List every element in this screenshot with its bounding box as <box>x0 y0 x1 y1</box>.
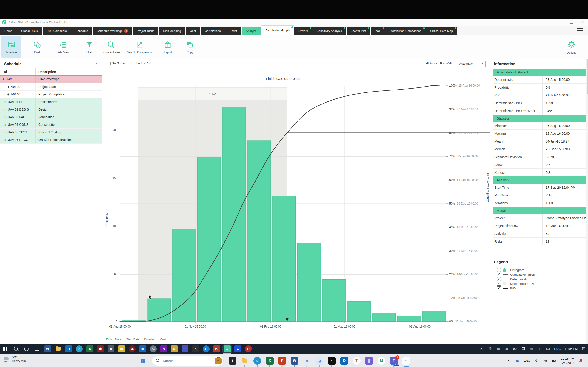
taskbar-app-file-explorer[interactable] <box>55 345 61 352</box>
tree-collapsed-icon[interactable]: ▷ <box>5 100 6 103</box>
ribbon-tab-pcf[interactable]: PCF <box>371 27 385 35</box>
toolbar-copy[interactable]: Copy <box>180 36 200 58</box>
search-input[interactable] <box>162 359 215 363</box>
info-row-mean[interactable]: Mean04-Jan-16 18:27 <box>493 137 586 145</box>
taskbar-app-edge[interactable]: e <box>76 345 83 352</box>
histogram-bar[interactable] <box>322 280 346 322</box>
schedule-row-a0100[interactable]: ◆A0100Project Start <box>0 83 102 91</box>
legend-checkbox[interactable] <box>497 282 501 285</box>
scrollbar-thumb[interactable] <box>587 59 588 94</box>
scrollbar[interactable] <box>586 59 588 344</box>
close-button[interactable]: × <box>577 19 588 26</box>
weather-widget[interactable]: 5°C Heavy rain <box>2 355 26 363</box>
language-indicator[interactable]: ENG <box>524 359 530 362</box>
info-row-minimum[interactable]: Minimum26-Aug-15 00:00 <box>493 122 586 130</box>
tree-expanded-icon[interactable]: ▶ <box>2 78 5 81</box>
legend-checkbox[interactable] <box>497 273 501 276</box>
info-row-run-time[interactable]: Run Time< 1s <box>493 192 586 199</box>
tray-cloud[interactable] <box>496 347 501 351</box>
chart-area[interactable]: 182d05010015020001-Aug-15 00:0001-Nov-15… <box>102 68 491 334</box>
tray-bell[interactable] <box>579 359 583 363</box>
info-row-p80[interactable]: P8021-Feb-16 00:00 <box>493 91 586 99</box>
taskbar-app-teams[interactable]: T2NEW <box>390 357 398 365</box>
action-center[interactable] <box>582 347 586 351</box>
info-row-risks[interactable]: Risks19 <box>493 238 586 245</box>
wifi-icon[interactable] <box>535 359 539 363</box>
tray-wifi[interactable] <box>535 359 539 363</box>
speaker-icon[interactable] <box>529 347 534 351</box>
tray-chevron-up[interactable] <box>480 347 484 351</box>
bar-width-dropdown[interactable]: Automatic ▼ <box>457 61 485 67</box>
tree-collapsed-icon[interactable]: ▷ <box>5 116 6 119</box>
info-row-skew[interactable]: Skew0.7 <box>493 161 586 169</box>
chevron-up-icon[interactable] <box>506 359 511 363</box>
legend-checkbox[interactable] <box>497 277 501 281</box>
info-row-start-time[interactable]: Start Time17-Sep-20 12:04 PM <box>493 184 586 192</box>
monitor-icon[interactable] <box>521 347 525 351</box>
histogram-bar[interactable] <box>298 243 321 322</box>
schedule-row-uav-02-desig[interactable]: ▷UAV.02 DESIGDesign <box>0 106 102 113</box>
tree-collapsed-icon[interactable]: ▷ <box>5 138 6 141</box>
taskbar-app-excel[interactable]: X <box>266 357 274 365</box>
ribbon-tab-risk-calendars[interactable]: Risk Calendars <box>43 27 71 35</box>
taskbar-app-terminal[interactable]: ▪ <box>328 357 336 365</box>
taskbar-app-safran-risk[interactable]: ∞ <box>224 345 231 352</box>
legend-checkbox[interactable] <box>497 286 501 290</box>
chevron-up-icon[interactable] <box>480 347 484 351</box>
taskbar-app-outlook[interactable]: O <box>340 357 348 365</box>
taskbar-app-snipping-tool[interactable]: ✄ <box>402 357 410 365</box>
histogram-bar[interactable] <box>173 229 196 322</box>
info-row-project[interactable]: ProjectDrone Prototype Evolved Up <box>493 214 586 222</box>
column-description[interactable]: Description <box>36 70 102 74</box>
note-square-icon[interactable] <box>582 347 586 351</box>
ribbon-tab-drivers[interactable]: Drivers <box>294 27 312 35</box>
pen-icon[interactable] <box>538 347 542 351</box>
taskbar-app-macdown[interactable]: M <box>378 357 385 365</box>
schedule-row-uav-03-fab[interactable]: ▷UAV.03 FABFabrication <box>0 113 102 121</box>
window-share-icon[interactable] <box>488 347 492 351</box>
tray-battery[interactable] <box>513 347 517 351</box>
ribbon-tab-critical-path-map[interactable]: Critical Path Map <box>426 27 457 35</box>
taskbar-app-chrome[interactable]: ◉ <box>303 357 311 365</box>
info-row-probability[interactable]: Probability0% <box>493 83 586 91</box>
histogram-bar[interactable] <box>347 301 371 322</box>
ribbon-tab-cost[interactable]: Cost <box>186 27 200 35</box>
histogram-bar[interactable] <box>247 141 271 322</box>
taskbar-app-sketch-tool[interactable]: T <box>353 357 361 365</box>
cloud-icon[interactable] <box>505 347 509 351</box>
tree-collapsed-icon[interactable]: ▷ <box>5 123 6 126</box>
schedule-row-a0140[interactable]: ◆A0140Project Completion <box>0 91 102 98</box>
info-row-project-timenow[interactable]: Project Timenow12-Mar-14 00:00 <box>493 222 586 230</box>
minimize-button[interactable]: — <box>555 19 566 26</box>
histogram-bar[interactable] <box>222 107 246 322</box>
toolbar-data-view[interactable]: 123Data View <box>53 36 73 58</box>
taskbar-app-app-gray[interactable]: ◎ <box>150 345 157 352</box>
tray-speaker[interactable] <box>529 347 534 351</box>
taskbar-app-cortana[interactable] <box>23 345 30 352</box>
taskbar-app-outlook[interactable]: O <box>65 345 72 352</box>
cloud-icon[interactable] <box>496 347 501 351</box>
tray-cloud-blue[interactable] <box>515 359 519 363</box>
taskbar-start-button[interactable] <box>139 357 147 365</box>
legend-item-deterministic-p80[interactable]: Deterministic - P80 <box>497 281 588 286</box>
legend-checkbox[interactable] <box>497 268 501 272</box>
tray-keyboard[interactable] <box>546 347 550 351</box>
tree-collapsed-icon[interactable]: ▷ <box>5 131 6 134</box>
taskbar-app-media-player[interactable]: ▶ <box>171 345 178 352</box>
lock-x-axis-checkbox[interactable]: Lock X Axis <box>131 61 152 65</box>
legend-item-histogram[interactable]: Histogram <box>497 268 588 272</box>
info-row-kurtosis[interactable]: Kurtosis0.8 <box>493 169 586 176</box>
tray-window-share[interactable] <box>488 347 492 351</box>
taskbar-app-primavera-p6[interactable]: P6 <box>213 345 220 352</box>
schedule-row-uav-05-test[interactable]: ▷UAV.05 TESTPhase 1 Testing <box>0 129 102 136</box>
toolbar-filter[interactable]: Filter <box>79 36 99 58</box>
measure-tab-start-date[interactable]: Start Date <box>124 336 142 342</box>
ribbon-tab-risk-mapping[interactable]: Risk Mapping <box>159 27 185 35</box>
speaker-icon[interactable] <box>543 359 548 363</box>
taskbar-app-app-red-burst[interactable]: ✱ <box>97 345 104 352</box>
ribbon-tab-schedule-warnings[interactable]: Schedule Warnings4 <box>93 27 132 35</box>
set-target-checkbox[interactable]: Set Target <box>107 61 126 65</box>
pin-icon[interactable] <box>95 62 99 66</box>
taskbar-app-notes[interactable]: ▤ <box>118 345 125 352</box>
ribbon-tab-global-risks[interactable]: Global Risks <box>17 27 42 35</box>
